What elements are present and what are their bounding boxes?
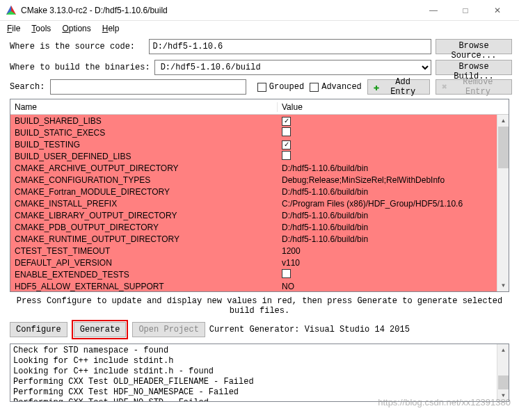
cell-name: DEFAULT_API_VERSION [10,258,278,268]
search-label: Search: [10,82,45,92]
current-generator-label: Current Generator: Visual Studio 14 2015 [209,325,410,334]
log-line: Looking for C++ include stdint.h - found [13,366,506,377]
source-input[interactable] [149,39,431,54]
cell-name: CMAKE_CONFIGURATION_TYPES [10,175,278,185]
table-row[interactable]: ENABLE_EXTENDED_TESTS [10,268,509,280]
cell-value[interactable]: Debug;Release;MinSizeRel;RelWithDebInfo [278,175,509,185]
scroll-up-icon[interactable]: ▲ [497,115,509,127]
source-row: Where is the source code: Browse Source.… [0,36,519,57]
table-row[interactable]: CMAKE_CONFIGURATION_TYPESDebug;Release;M… [10,174,509,186]
table-row[interactable]: HDF5_ALLOW_EXTERNAL_SUPPORTNO [10,280,509,291]
cell-value[interactable]: D:/hdf5-1.10.6/build/bin [278,211,509,220]
cell-value[interactable]: D:/hdf5-1.10.6/build/bin [278,187,509,197]
grouped-checkbox[interactable]: Grouped [257,82,304,92]
table-row[interactable]: BUILD_SHARED_LIBS✓ [10,115,509,127]
advanced-checkbox[interactable]: Advanced [310,82,362,92]
configure-button[interactable]: Configure [10,322,67,337]
table-row[interactable]: CTEST_TEST_TIMEOUT1200 [10,245,509,257]
table-row[interactable]: CMAKE_PDB_OUTPUT_DIRECTORYD:/hdf5-1.10.6… [10,221,509,233]
plus-icon: ✚ [374,81,379,93]
checkbox-icon[interactable] [282,269,291,278]
checkbox-icon[interactable]: ✓ [282,140,291,150]
col-value[interactable]: Value [278,102,509,112]
menu-bar: File Tools Options Help [0,21,519,36]
scroll-down-icon[interactable]: ▼ [497,280,509,291]
menu-file[interactable]: File [7,24,20,33]
maximize-button[interactable]: □ [449,1,481,20]
cell-name: CMAKE_LIBRARY_OUTPUT_DIRECTORY [10,211,278,220]
scroll-down-icon[interactable]: ▼ [497,389,509,401]
hint-text: Press Configure to update and display ne… [0,292,519,320]
table-row[interactable]: BUILD_TESTING✓ [10,138,509,150]
log-line: Performing CXX Test HDF_NO_STD - Failed [13,398,506,402]
cell-name: HDF5_ALLOW_EXTERNAL_SUPPORT [10,282,278,291]
cmake-logo-icon [6,5,17,16]
log-line: Performing CXX Test HDF_NO_NAMESPACE - F… [13,387,506,398]
cell-value[interactable]: D:/hdf5-1.10.6/build/bin [278,234,509,244]
build-row: Where to build the binaries: D:/hdf5-1.1… [0,57,519,78]
log-line: Performing CXX Test OLD_HEADER_FILENAME … [13,377,506,387]
window-title: CMake 3.13.0-rc2 - D:/hdf5-1.10.6/build [21,6,417,15]
cell-name: BUILD_USER_DEFINED_LIBS [10,152,278,161]
open-project-button[interactable]: Open Project [132,322,205,337]
generate-highlight: Generate [72,320,129,339]
cell-name: BUILD_TESTING [10,140,278,150]
table-row[interactable]: CMAKE_RUNTIME_OUTPUT_DIRECTORYD:/hdf5-1.… [10,233,509,245]
scroll-thumb[interactable] [498,375,509,389]
cell-name: ENABLE_EXTENDED_TESTS [10,270,278,280]
cell-value[interactable]: 1200 [278,246,509,256]
checkbox-icon[interactable]: ✓ [282,117,291,126]
minimize-button[interactable]: — [417,1,449,20]
menu-tools[interactable]: Tools [31,24,51,33]
cell-value[interactable] [278,127,509,138]
close-button[interactable]: ✕ [481,1,513,20]
menu-help[interactable]: Help [102,24,120,33]
log-line: Looking for C++ include stdint.h [13,356,506,366]
search-input[interactable] [50,79,246,95]
cell-value[interactable] [278,151,509,162]
cell-name: CMAKE_Fortran_MODULE_DIRECTORY [10,187,278,197]
table-row[interactable]: CMAKE_Fortran_MODULE_DIRECTORYD:/hdf5-1.… [10,186,509,197]
checkbox-icon[interactable] [282,127,291,136]
output-log[interactable]: Check for STD namespace - foundLooking f… [10,344,509,402]
advanced-label: Advanced [321,82,362,92]
browse-build-button[interactable]: Browse Build... [436,60,512,75]
table-row[interactable]: DEFAULT_API_VERSIONv110 [10,257,509,268]
scroll-up-icon[interactable]: ▲ [497,344,509,356]
log-scrollbar[interactable]: ▲ ▼ [497,344,509,401]
browse-source-button[interactable]: Browse Source... [436,39,512,54]
table-row[interactable]: CMAKE_LIBRARY_OUTPUT_DIRECTORYD:/hdf5-1.… [10,209,509,221]
cell-name: BUILD_SHARED_LIBS [10,116,278,126]
search-row: Search: Grouped Advanced ✚Add Entry ✖Rem… [0,78,519,99]
table-row[interactable]: CMAKE_INSTALL_PREFIXC:/Program Files (x8… [10,197,509,209]
cell-value[interactable]: C:/Program Files (x86)/HDF_Group/HDF5/1.… [278,199,509,209]
build-input[interactable]: D:/hdf5-1.10.6/build [154,60,431,75]
log-line: Check for STD namespace - found [13,346,506,356]
menu-options[interactable]: Options [62,24,90,33]
table-row[interactable]: BUILD_USER_DEFINED_LIBS [10,150,509,162]
remove-entry-button[interactable]: ✖Remove Entry [436,79,512,95]
add-entry-button[interactable]: ✚Add Entry [367,79,430,95]
cell-value[interactable]: D:/hdf5-1.10.6/build/bin [278,163,509,173]
cell-value[interactable]: v110 [278,258,509,268]
cell-value[interactable]: D:/hdf5-1.10.6/build/bin [278,223,509,232]
cell-name: BUILD_STATIC_EXECS [10,128,278,138]
table-header: Name Value [10,99,509,115]
cell-name: CMAKE_PDB_OUTPUT_DIRECTORY [10,223,278,232]
table-row[interactable]: BUILD_STATIC_EXECS [10,127,509,138]
cell-value[interactable]: NO [278,282,509,291]
cell-name: CMAKE_RUNTIME_OUTPUT_DIRECTORY [10,234,278,244]
checkbox-icon[interactable] [282,151,291,160]
grouped-label: Grouped [269,82,304,92]
scroll-thumb[interactable] [498,127,509,168]
vertical-scrollbar[interactable]: ▲ ▼ [497,115,509,291]
table-row[interactable]: CMAKE_ARCHIVE_OUTPUT_DIRECTORYD:/hdf5-1.… [10,162,509,174]
col-name[interactable]: Name [10,102,278,112]
cell-value[interactable]: ✓ [278,139,509,150]
cell-name: CTEST_TEST_TIMEOUT [10,246,278,256]
cell-value[interactable]: ✓ [278,115,509,126]
cell-value[interactable] [278,269,509,280]
cell-name: CMAKE_INSTALL_PREFIX [10,199,278,209]
table-body[interactable]: BUILD_SHARED_LIBS✓BUILD_STATIC_EXECSBUIL… [10,115,509,291]
generate-button[interactable]: Generate [74,322,127,337]
